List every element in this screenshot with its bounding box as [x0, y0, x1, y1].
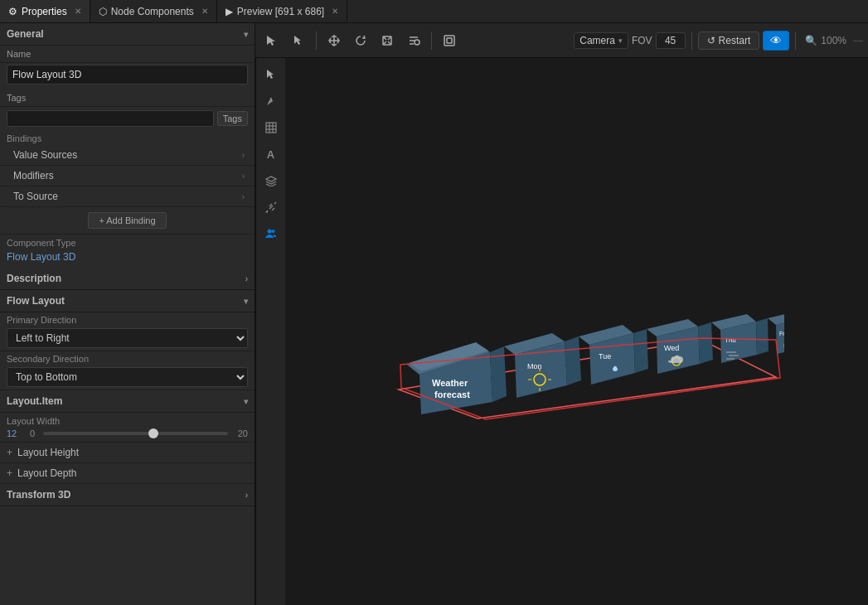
general-section-header[interactable]: General ▾ — [0, 23, 255, 46]
binding-value-sources[interactable]: Value Sources › — [0, 145, 255, 166]
secondary-direction-label: Secondary Direction — [7, 354, 248, 364]
layout-item-label: Layout.Item — [7, 395, 62, 407]
svg-text:Fri: Fri — [779, 331, 784, 336]
svg-rect-13 — [266, 123, 276, 133]
toolbar-sep-2 — [431, 31, 432, 50]
right-section: Camera ▾ FOV ↺ Restart 👁 🔍 100% — — [255, 23, 868, 605]
svg-marker-29 — [565, 336, 581, 385]
fov-input[interactable] — [656, 32, 686, 49]
layout-width-label: Layout Width — [7, 416, 248, 426]
binding-to-source-label: To Source — [13, 191, 58, 202]
zoom-wrap: 🔍 100% — — [805, 35, 863, 46]
tags-button[interactable]: Tags — [217, 111, 248, 126]
properties-tab-close[interactable]: ✕ — [75, 7, 81, 16]
eye-icon: 👁 — [770, 34, 782, 47]
select-tool-button[interactable] — [260, 31, 284, 51]
toolbar-sep-1 — [316, 31, 317, 50]
node-components-tab-close[interactable]: ✕ — [201, 7, 208, 16]
flow-layout-chevron-icon: ▾ — [244, 297, 248, 306]
rotate-tool-button[interactable] — [349, 31, 372, 51]
scale-tool-button[interactable] — [376, 31, 399, 51]
grid-tool-btn[interactable] — [259, 116, 283, 139]
layout-item-chevron-icon: ▾ — [244, 397, 248, 406]
name-input[interactable] — [7, 65, 248, 85]
transform-tool-button[interactable] — [402, 31, 425, 51]
binding-value-sources-label: Value Sources — [13, 149, 77, 161]
eye-button[interactable]: 👁 — [763, 31, 789, 51]
tab-preview[interactable]: ▶ Preview [691 x 686] ✕ — [217, 0, 347, 22]
preview-tab-close[interactable]: ✕ — [332, 7, 338, 16]
description-chevron-icon: › — [245, 274, 248, 283]
component-type-value: Flow Layout 3D — [0, 249, 255, 268]
layout-height-row[interactable]: + Layout Height — [0, 443, 255, 463]
toolbar-sep-3 — [691, 31, 692, 50]
svg-marker-52 — [768, 312, 784, 325]
tags-input[interactable] — [7, 110, 214, 127]
zoom-slider: — — [853, 35, 863, 46]
zoom-value: 100% — [821, 35, 846, 46]
preview-area: Weather forecast Mon — [285, 58, 868, 605]
main-layout: General ▾ Name Tags Tags Bindings Value … — [0, 23, 868, 605]
flow-layout-section-header[interactable]: Flow Layout ▾ — [0, 290, 255, 312]
preview-body: A — [255, 58, 868, 605]
cursor-tool-button[interactable] — [287, 31, 310, 51]
tab-bar: ⚙ Properties ✕ ⬡ Node Components ✕ ▶ Pre… — [0, 0, 868, 23]
svg-marker-23 — [490, 346, 507, 402]
add-binding-button[interactable]: + Add Binding — [88, 212, 166, 229]
tags-row-label: Tags — [0, 90, 255, 107]
arrow-tool-btn[interactable] — [259, 90, 283, 113]
transform-3d-section-header[interactable]: Transform 3D › — [0, 484, 255, 506]
name-label: Name — [7, 49, 73, 59]
restart-icon: ↺ — [707, 35, 715, 46]
users-tool-btn[interactable] — [259, 222, 283, 245]
layers-tool-btn[interactable] — [259, 169, 283, 192]
component-type-label: Component Type — [7, 238, 76, 248]
link-tool-btn[interactable] — [259, 196, 283, 219]
camera-select[interactable]: Camera ▾ — [574, 32, 628, 49]
tags-row: Tags — [0, 107, 255, 130]
layout-item-section-header[interactable]: Layout.Item ▾ — [0, 390, 255, 413]
secondary-direction-select[interactable]: Top to Bottom Bottom to Top Left to Righ… — [7, 367, 248, 387]
side-icon-bar: A — [255, 58, 285, 605]
layout-depth-row[interactable]: + Layout Depth — [0, 463, 255, 484]
layout-width-row: Layout Width 12 0 20 — [0, 413, 255, 443]
svg-marker-47 — [756, 318, 769, 355]
svg-text:Weather: Weather — [432, 378, 468, 388]
frame-button[interactable] — [438, 31, 461, 51]
description-section-header[interactable]: Description › — [0, 268, 255, 290]
svg-marker-0 — [267, 36, 275, 46]
description-label: Description — [7, 273, 61, 284]
binding-modifiers[interactable]: Modifiers › — [0, 166, 255, 186]
bindings-label: Bindings — [7, 133, 41, 143]
left-panel: General ▾ Name Tags Tags Bindings Value … — [0, 23, 255, 605]
zoom-search-icon: 🔍 — [805, 35, 817, 46]
primary-direction-select[interactable]: Left to Right Right to Left Top to Botto… — [7, 328, 248, 348]
text-tool-btn[interactable]: A — [259, 143, 283, 166]
move-tool-button[interactable] — [322, 31, 346, 51]
tab-properties[interactable]: ⚙ Properties ✕ — [0, 0, 90, 22]
preview-toolbar: Camera ▾ FOV ↺ Restart 👁 🔍 100% — — [255, 23, 868, 58]
add-binding-row: + Add Binding — [0, 207, 255, 235]
tab-node-components[interactable]: ⬡ Node Components ✕ — [90, 0, 217, 22]
svg-point-19 — [271, 230, 274, 233]
component-type-value-text: Flow Layout 3D — [7, 251, 75, 263]
camera-label: Camera — [579, 35, 615, 46]
svg-point-18 — [267, 230, 271, 234]
layout-height-plus-icon: + — [7, 447, 12, 458]
layout-height-label: Layout Height — [17, 447, 79, 458]
fov-label: FOV — [632, 35, 652, 46]
binding-modifiers-label: Modifiers — [13, 170, 54, 182]
restart-button[interactable]: ↺ Restart — [698, 31, 760, 50]
general-label: General — [7, 28, 44, 40]
preview-content: Weather forecast Mon — [285, 58, 868, 605]
layout-width-slider[interactable] — [43, 432, 228, 435]
binding-to-source[interactable]: To Source › — [0, 186, 255, 207]
layout-width-min: 0 — [27, 428, 38, 438]
secondary-direction-row: Secondary Direction Top to Bottom Bottom… — [0, 351, 255, 390]
layout-depth-plus-icon: + — [7, 467, 12, 479]
transform-3d-chevron-icon: › — [245, 491, 248, 500]
svg-rect-11 — [447, 38, 452, 43]
layout-width-max: 20 — [233, 428, 248, 438]
tags-label: Tags — [7, 93, 73, 103]
pointer-tool-btn[interactable] — [259, 63, 283, 86]
